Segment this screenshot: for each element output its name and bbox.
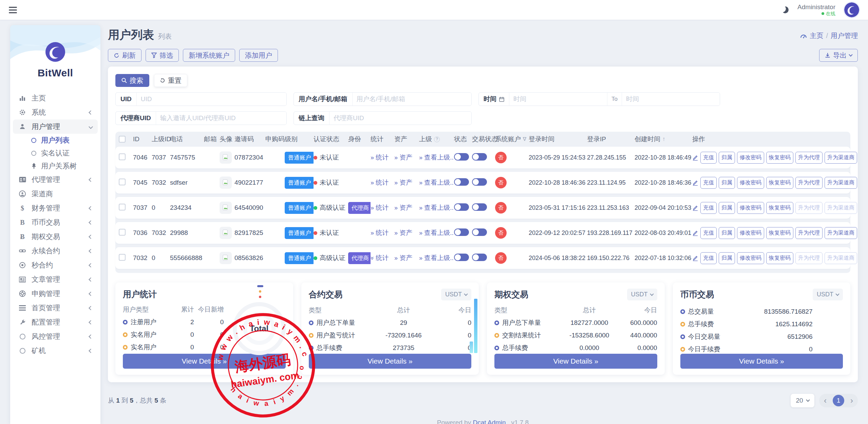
chain-query-input[interactable]	[329, 112, 471, 125]
sortable-header[interactable]: 创建时间↑	[635, 135, 692, 144]
help-icon[interactable]: ?	[434, 136, 440, 142]
change-password-button[interactable]: 修改密码	[737, 177, 764, 189]
status-toggle[interactable]	[454, 228, 469, 236]
change-password-button[interactable]: 修改密码	[737, 252, 764, 264]
sidebar-item-article[interactable]: 文章管理	[10, 272, 100, 287]
assets-link[interactable]: » 资产	[394, 254, 412, 261]
change-password-button[interactable]: 修改密码	[737, 152, 764, 164]
sidebar-item-second-contract[interactable]: 秒合约	[10, 258, 100, 272]
trade-status-toggle[interactable]	[472, 178, 487, 186]
username-input[interactable]	[353, 93, 471, 106]
edit-icon[interactable]	[692, 230, 698, 236]
currency-select[interactable]: USDT	[627, 289, 657, 300]
reset-password-button[interactable]: 恢复密码	[766, 227, 793, 239]
reset-password-button[interactable]: 恢复密码	[766, 202, 793, 214]
promote-channel-button[interactable]: 升为渠道商	[825, 177, 857, 189]
stats-link[interactable]: » 统计	[371, 154, 389, 161]
belong-button[interactable]: 归属	[719, 252, 735, 264]
view-details-button[interactable]: View Details »	[309, 354, 472, 369]
belong-button[interactable]: 归属	[719, 152, 735, 164]
view-parent-link[interactable]: » 查看上级...	[419, 154, 454, 161]
promote-agent-button[interactable]: 升为代理	[795, 252, 823, 264]
next-page-button[interactable]: ›	[850, 397, 854, 405]
sidebar-item-home[interactable]: 主页	[10, 91, 100, 105]
row-checkbox[interactable]	[119, 179, 126, 185]
edit-icon[interactable]	[692, 154, 698, 161]
export-button[interactable]: 导出	[819, 49, 858, 62]
promote-channel-button[interactable]: 升为渠道商	[825, 202, 857, 214]
status-toggle[interactable]	[454, 203, 469, 211]
view-parent-link[interactable]: » 查看上级...	[419, 254, 454, 261]
row-checkbox[interactable]	[119, 254, 126, 261]
belong-button[interactable]: 归属	[719, 202, 735, 214]
recharge-button[interactable]: 充值	[700, 152, 717, 164]
view-parent-link[interactable]: » 查看上级...	[419, 204, 454, 211]
promote-agent-button[interactable]: 升为代理	[795, 227, 823, 239]
promote-agent-button[interactable]: 升为代理	[795, 152, 823, 164]
promote-channel-button[interactable]: 升为渠道商	[825, 227, 857, 239]
stats-link[interactable]: » 统计	[371, 229, 389, 236]
change-password-button[interactable]: 修改密码	[737, 202, 764, 214]
sidebar-item-user-management[interactable]: 用户管理	[13, 119, 98, 134]
filter-button[interactable]: 筛选	[146, 49, 179, 62]
view-parent-link[interactable]: » 查看上级...	[419, 179, 454, 186]
sidebar-item-channel[interactable]: 渠道商	[10, 187, 100, 201]
refresh-button[interactable]: 刷新	[108, 49, 141, 62]
sidebar-item-subscription[interactable]: 申购管理	[10, 287, 100, 301]
reset-button[interactable]: 重置	[154, 74, 187, 87]
row-checkbox[interactable]	[119, 153, 126, 160]
trade-status-toggle[interactable]	[472, 203, 487, 211]
promote-agent-button[interactable]: 升为代理	[795, 177, 823, 189]
sidebar-item-options-trade[interactable]: Ƀ 期权交易	[10, 229, 100, 244]
sidebar-item-realname-auth[interactable]: 实名认证	[10, 147, 100, 160]
sidebar-item-risk[interactable]: 风控管理	[10, 329, 100, 344]
sidebar-item-spot-trade[interactable]: B 币币交易	[10, 215, 100, 229]
status-toggle[interactable]	[454, 178, 469, 186]
promote-agent-button[interactable]: 升为代理	[795, 202, 823, 214]
column-filter-icon[interactable]: ∇	[523, 136, 526, 142]
row-checkbox[interactable]	[119, 229, 126, 236]
prev-page-button[interactable]: ‹	[823, 397, 827, 405]
stats-link[interactable]: » 统计	[371, 254, 389, 261]
trade-status-toggle[interactable]	[472, 254, 487, 261]
sidebar-item-finance[interactable]: $ 财务管理	[10, 201, 100, 215]
recharge-button[interactable]: 充值	[700, 202, 717, 214]
select-all-checkbox[interactable]	[119, 136, 126, 143]
assets-link[interactable]: » 资产	[394, 204, 412, 211]
recharge-button[interactable]: 充值	[700, 177, 717, 189]
recharge-button[interactable]: 充值	[700, 252, 717, 264]
trade-status-toggle[interactable]	[472, 228, 487, 236]
view-details-button[interactable]: View Details »	[494, 354, 657, 369]
sidebar-item-homepage[interactable]: 首页管理	[10, 301, 100, 315]
current-page-button[interactable]: 1	[833, 395, 844, 406]
time-to-input[interactable]	[622, 93, 720, 106]
sidebar-item-user-list[interactable]: 用户列表	[10, 134, 100, 147]
menu-toggle-icon[interactable]	[9, 7, 17, 13]
belong-button[interactable]: 归属	[719, 227, 735, 239]
sidebar-item-user-tree[interactable]: 用户关系树	[10, 160, 100, 172]
reset-password-button[interactable]: 恢复密码	[766, 152, 793, 164]
avatar[interactable]	[844, 2, 859, 17]
breadcrumb-home[interactable]: 主页	[810, 31, 823, 40]
assets-link[interactable]: » 资产	[394, 229, 412, 236]
sidebar-item-config[interactable]: 配置管理	[10, 315, 100, 329]
time-from-input[interactable]	[509, 93, 607, 106]
assets-link[interactable]: » 资产	[394, 154, 412, 161]
currency-select[interactable]: USDT	[813, 289, 843, 300]
view-details-button[interactable]: View Details »	[680, 354, 843, 369]
search-button[interactable]: 搜索	[115, 74, 149, 87]
recharge-button[interactable]: 充值	[700, 227, 717, 239]
sidebar-item-perpetual[interactable]: 永续合约	[10, 244, 100, 258]
add-system-account-button[interactable]: 新增系统账户	[183, 49, 235, 62]
change-password-button[interactable]: 修改密码	[737, 227, 764, 239]
row-checkbox[interactable]	[119, 204, 126, 210]
page-size-select[interactable]: 20	[791, 394, 814, 407]
reset-password-button[interactable]: 恢复密码	[766, 177, 793, 189]
status-toggle[interactable]	[454, 254, 469, 261]
add-user-button[interactable]: 添加用户	[239, 49, 278, 62]
reset-password-button[interactable]: 恢复密码	[766, 252, 793, 264]
currency-select[interactable]: USDT	[441, 289, 471, 300]
status-toggle[interactable]	[454, 153, 469, 161]
promote-channel-button[interactable]: 升为渠道商	[825, 252, 857, 264]
sidebar-item-agent-management[interactable]: 代理管理	[10, 172, 100, 187]
